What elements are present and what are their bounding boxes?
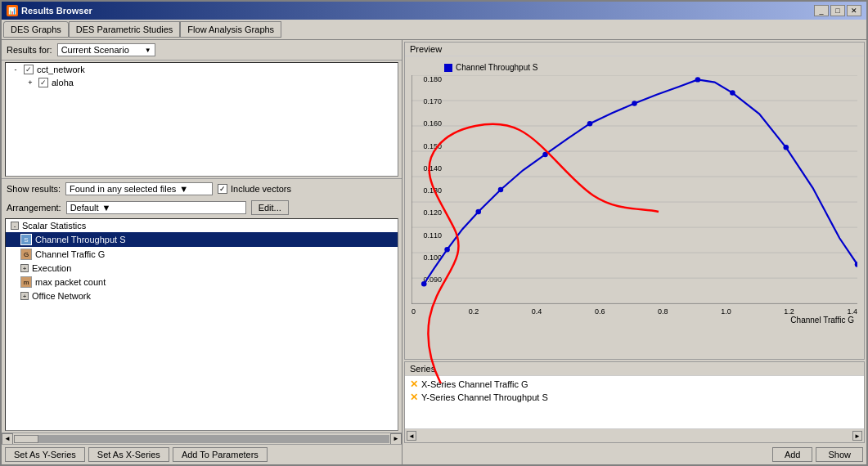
- set-as-y-series-button[interactable]: Set As Y-Series: [5, 447, 85, 462]
- checkbox-aloha[interactable]: ✓: [38, 78, 48, 87]
- icon-channel-traffic: G: [20, 249, 32, 260]
- series-x-icon-0: ✕: [410, 379, 418, 390]
- preview-section: Preview Channel Throughput S 0.180 0.170…: [404, 42, 865, 360]
- edit-button[interactable]: Edit...: [251, 200, 289, 215]
- show-results-arrow: ▼: [179, 184, 188, 194]
- legend-dot: [444, 64, 452, 72]
- expand-execution[interactable]: +: [20, 264, 29, 272]
- hscroll-thumb[interactable]: [14, 435, 38, 443]
- chart-plot-area: 0 0.2 0.4 0.6 0.8 1.0 1.2 1.4 Channel Tr…: [412, 75, 857, 304]
- results-tree-hscroll[interactable]: ◄ ►: [2, 432, 402, 444]
- hscroll-left[interactable]: ◄: [2, 433, 13, 445]
- arrangement-arrow: ▼: [102, 203, 111, 213]
- scalar-header-label: Scalar Statistics: [22, 221, 86, 231]
- expand-office[interactable]: +: [20, 292, 29, 300]
- tree-item-office-network[interactable]: + Office Network: [6, 289, 398, 302]
- svg-point-17: [695, 77, 701, 82]
- tab-des-parametric[interactable]: DES Parametric Studies: [69, 21, 181, 38]
- label-execution: Execution: [32, 263, 71, 273]
- file-tree[interactable]: - ✓ cct_network + ✓ aloha: [5, 62, 398, 177]
- arrangement-select[interactable]: Default ▼: [66, 201, 246, 214]
- series-item-0: ✕ X-Series Channel Traffic G: [407, 378, 862, 391]
- show-results-value: Found in any selected files: [70, 184, 176, 194]
- hscroll-right[interactable]: ►: [390, 433, 402, 445]
- series-action-buttons: Add Show: [403, 445, 866, 464]
- show-button[interactable]: Show: [816, 447, 863, 462]
- label-channel-traffic: Channel Traffic G: [35, 249, 105, 259]
- series-list: ✕ X-Series Channel Traffic G ✕ Y-Series …: [405, 376, 864, 428]
- svg-point-13: [498, 187, 504, 192]
- series-x-icon-1: ✕: [410, 392, 418, 403]
- tree-item-channel-traffic[interactable]: G Channel Traffic G: [6, 247, 398, 262]
- left-panel: Results for: Current Scenario ▼ - ✓ cct_…: [2, 40, 403, 464]
- tab-bar: DES Graphs DES Parametric Studies Flow A…: [2, 20, 866, 40]
- label-channel-throughput: Channel Throughput S: [35, 235, 126, 244]
- include-vectors-label: Include vectors: [231, 184, 291, 194]
- add-button[interactable]: Add: [772, 447, 813, 462]
- svg-point-12: [475, 209, 481, 214]
- chart-area: Channel Throughput S 0.180 0.170 0.160 0…: [405, 56, 864, 359]
- checkbox-cct[interactable]: ✓: [24, 65, 34, 74]
- maximize-button[interactable]: □: [830, 5, 845, 16]
- tree-item-execution[interactable]: + Execution: [6, 262, 398, 275]
- results-tree-header: - Scalar Statistics: [6, 219, 398, 232]
- results-for-select[interactable]: Current Scenario ▼: [57, 43, 155, 56]
- include-vectors-checkbox[interactable]: ✓: [218, 184, 227, 194]
- show-results-select[interactable]: Found in any selected files ▼: [65, 182, 213, 195]
- show-results-row: Show results: Found in any selected file…: [2, 178, 402, 199]
- main-window: 📊 Results Browser _ □ ✕ DES Graphs DES P…: [0, 0, 868, 466]
- show-results-label: Show results:: [7, 184, 61, 194]
- arrangement-label: Arrangement:: [7, 203, 61, 213]
- x-axis-title: Channel Traffic G: [412, 316, 857, 325]
- add-to-parameters-button[interactable]: Add To Parameters: [173, 447, 268, 462]
- series-hscroll-left[interactable]: ◄: [407, 431, 416, 441]
- series-label-0: X-Series Channel Traffic G: [421, 379, 528, 389]
- right-panel: Preview Channel Throughput S 0.180 0.170…: [403, 40, 866, 464]
- tab-flow-analysis[interactable]: Flow Analysis Graphs: [180, 21, 281, 38]
- include-vectors-group: ✓ Include vectors: [218, 184, 291, 194]
- svg-point-16: [632, 101, 637, 105]
- window-icon: 📊: [7, 5, 18, 16]
- svg-point-14: [542, 152, 548, 157]
- results-for-value: Current Scenario: [61, 45, 129, 55]
- results-for-arrow: ▼: [145, 47, 151, 54]
- series-item-1: ✕ Y-Series Channel Throughput S: [407, 391, 862, 404]
- x-axis-labels: 0 0.2 0.4 0.6 0.8 1.0 1.2 1.4: [412, 307, 857, 316]
- results-for-label: Results for:: [7, 45, 52, 55]
- results-for-row: Results for: Current Scenario ▼: [2, 40, 402, 60]
- expand-scalar[interactable]: -: [11, 222, 19, 230]
- tree-item-cct[interactable]: - ✓ cct_network: [6, 63, 398, 76]
- svg-point-10: [421, 281, 427, 286]
- series-title: Series: [405, 362, 864, 376]
- tree-label-cct: cct_network: [37, 65, 85, 74]
- icon-max-packet: m: [20, 276, 32, 288]
- svg-point-15: [587, 121, 593, 126]
- series-section: Series ✕ X-Series Channel Traffic G ✕ Y-…: [404, 361, 865, 443]
- results-tree[interactable]: - Scalar Statistics S Channel Throughput…: [5, 218, 398, 431]
- tree-item-channel-throughput[interactable]: S Channel Throughput S: [6, 232, 398, 247]
- icon-channel-throughput: S: [20, 234, 32, 245]
- chart-legend: Channel Throughput S: [444, 63, 857, 72]
- arrangement-row: Arrangement: Default ▼ Edit...: [2, 199, 402, 217]
- chart-svg: [412, 75, 857, 304]
- bottom-buttons: Set As Y-Series Set As X-Series Add To P…: [2, 444, 402, 464]
- tree-label-aloha: aloha: [52, 78, 74, 87]
- series-hscroll-right[interactable]: ►: [852, 431, 862, 441]
- title-bar: 📊 Results Browser _ □ ✕: [2, 2, 866, 20]
- label-office-network: Office Network: [32, 291, 91, 301]
- hscroll-track[interactable]: [14, 435, 389, 443]
- legend-label: Channel Throughput S: [456, 63, 537, 72]
- svg-point-11: [444, 247, 450, 252]
- set-as-x-series-button[interactable]: Set As X-Series: [88, 447, 169, 462]
- expand-aloha[interactable]: +: [25, 78, 35, 87]
- tree-item-aloha[interactable]: + ✓ aloha: [6, 76, 398, 89]
- tree-item-max-packet[interactable]: m max packet count: [6, 275, 398, 289]
- close-button[interactable]: ✕: [847, 5, 861, 16]
- minimize-button[interactable]: _: [814, 5, 829, 16]
- arrangement-value: Default: [70, 203, 99, 213]
- label-max-packet: max packet count: [35, 277, 106, 287]
- tab-des-graphs[interactable]: DES Graphs: [3, 21, 69, 38]
- expand-cct[interactable]: -: [11, 65, 20, 74]
- preview-title: Preview: [405, 43, 864, 56]
- series-label-1: Y-Series Channel Throughput S: [421, 392, 548, 402]
